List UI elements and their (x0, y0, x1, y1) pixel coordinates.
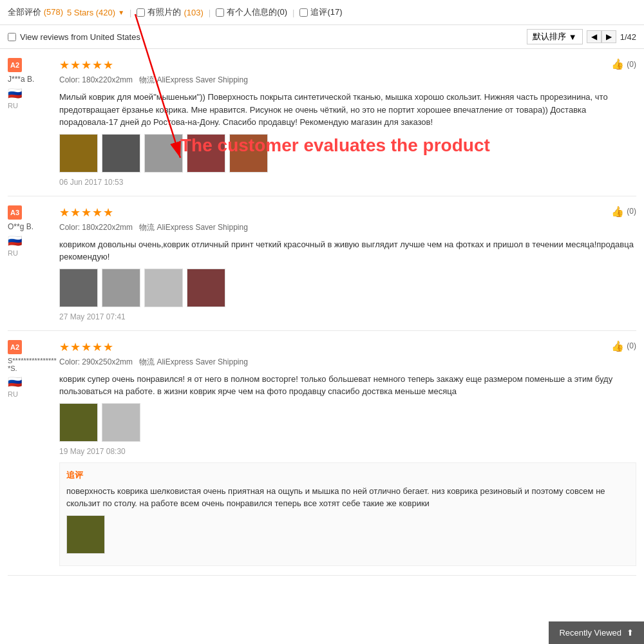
reviewer-name: J***a B. (8, 75, 59, 84)
like-count: (0) (627, 207, 636, 216)
review-text: коврик супер очень понравился! я от него… (59, 373, 636, 398)
review-image[interactable] (102, 269, 140, 307)
view-us-label[interactable]: View reviews from United States (8, 32, 140, 42)
star-rating: ★★★★★ (59, 340, 636, 354)
table-row: A2 J***a B. 🇷🇺 RU ★★★★★ Color: 180x220x2… (8, 49, 636, 196)
has-photos-checkbox[interactable] (137, 8, 145, 17)
country-code: RU (8, 390, 18, 398)
review-image[interactable] (144, 269, 183, 307)
reviewer-name: S*****************S. (8, 357, 59, 372)
dropdown-arrow-icon: ▼ (118, 9, 124, 16)
review-meta: Color: 180x220x2mm 物流 AliExpress Saver S… (59, 75, 636, 86)
has-personal-info-filter[interactable]: 有个人信息的(0) (216, 6, 287, 18)
sort-dropdown[interactable]: 默认排序 ▼ (527, 29, 583, 44)
review-image[interactable] (102, 403, 140, 442)
review-text: ковриком довольны очень,коврик отличный … (59, 238, 636, 263)
country-code: RU (8, 249, 18, 257)
filter-bar: 全部评价 (578) 5 Stars (420) ▼ | 有照片的 (103) … (0, 0, 644, 25)
review-image[interactable] (229, 134, 268, 173)
thumb-up-icon: 👍 (611, 205, 624, 218)
review-content: ★★★★★ Color: 180x220x2mm 物流 AliExpress S… (59, 205, 636, 321)
reviewer-badge: A2 (8, 58, 22, 72)
prev-page-button[interactable]: ◀ (587, 30, 601, 43)
review-content: ★★★★★ Color: 180x220x2mm 物流 AliExpress S… (59, 58, 636, 187)
table-row: A3 O**g B. 🇷🇺 RU ★★★★★ Color: 180x220x2m… (8, 196, 636, 331)
next-page-button[interactable]: ▶ (601, 30, 616, 43)
table-row: A2 S*****************S. 🇷🇺 RU ★★★★★ Colo… (8, 331, 636, 576)
review-content: ★★★★★ Color: 290x250x2mm 物流 AliExpress S… (59, 340, 636, 566)
reviewer-info: A3 O**g B. 🇷🇺 RU (8, 205, 59, 321)
followup-label: 追评 (66, 469, 629, 481)
reviewer-info: A2 J***a B. 🇷🇺 RU (8, 58, 59, 187)
sort-area: 默认排序 ▼ ◀ ▶ 1/42 (527, 29, 636, 44)
followup-images (66, 515, 629, 554)
review-images (59, 269, 636, 307)
review-image[interactable] (144, 134, 183, 173)
followup-checkbox[interactable] (299, 8, 308, 17)
review-text: Милый коврик для моей"мышеньки")) Поверх… (59, 91, 636, 129)
review-list: A2 J***a B. 🇷🇺 RU ★★★★★ Color: 180x220x2… (0, 49, 644, 576)
review-image[interactable] (187, 134, 225, 173)
reviewer-badge: A3 (8, 205, 22, 220)
review-date: 19 May 2017 08:30 (59, 447, 636, 456)
followup-image[interactable] (66, 515, 105, 554)
view-us-checkbox[interactable] (8, 33, 16, 41)
pagination-nav: ◀ ▶ (587, 30, 616, 43)
review-images (59, 134, 636, 173)
thumb-up-icon: 👍 (611, 58, 624, 70)
second-bar: View reviews from United States 默认排序 ▼ ◀… (0, 25, 644, 49)
chevron-up-icon: ⬆ (627, 628, 634, 638)
followup-text: поверхность коврика шелковистая очень пр… (66, 485, 629, 510)
review-image[interactable] (59, 134, 98, 173)
like-button[interactable]: 👍 (0) (611, 58, 636, 70)
all-reviews-label: 全部评价 (578) (8, 6, 63, 18)
page-info: 1/42 (620, 32, 636, 42)
review-image[interactable] (59, 269, 98, 307)
review-date: 06 Jun 2017 10:53 (59, 178, 636, 187)
review-images (59, 403, 636, 442)
country-flag-icon: 🇷🇺 (8, 234, 59, 248)
review-image[interactable] (102, 134, 140, 173)
country-code: RU (8, 102, 18, 109)
review-image[interactable] (187, 269, 225, 307)
like-count: (0) (627, 341, 636, 350)
review-meta: Color: 290x250x2mm 物流 AliExpress Saver S… (59, 357, 636, 368)
star-rating: ★★★★★ (59, 58, 636, 72)
followup-review: 追评 поверхность коврика шелковистая очень… (59, 462, 636, 566)
country-flag-icon: 🇷🇺 (8, 375, 59, 389)
followup-filter[interactable]: 追评(17) (299, 6, 342, 18)
country-flag-icon: 🇷🇺 (8, 86, 59, 100)
review-date: 27 May 2017 07:41 (59, 312, 636, 321)
thumb-up-icon: 👍 (611, 340, 624, 352)
like-button[interactable]: 👍 (0) (611, 205, 636, 218)
recently-viewed-button[interactable]: Recently Viewed ⬆ (549, 621, 644, 644)
review-meta: Color: 180x220x2mm 物流 AliExpress Saver S… (59, 222, 636, 233)
like-button[interactable]: 👍 (0) (611, 340, 636, 352)
reviewer-name: O**g B. (8, 222, 59, 231)
has-photos-filter[interactable]: 有照片的 (103) (137, 6, 203, 18)
sort-dropdown-arrow-icon: ▼ (569, 32, 577, 42)
five-stars-filter[interactable]: 5 Stars (420) ▼ (67, 8, 124, 17)
like-count: (0) (627, 60, 636, 69)
reviewer-badge: A2 (8, 340, 22, 354)
reviewer-info: A2 S*****************S. 🇷🇺 RU (8, 340, 59, 566)
review-image[interactable] (59, 403, 98, 442)
star-rating: ★★★★★ (59, 205, 636, 220)
has-personal-info-checkbox[interactable] (216, 8, 224, 17)
